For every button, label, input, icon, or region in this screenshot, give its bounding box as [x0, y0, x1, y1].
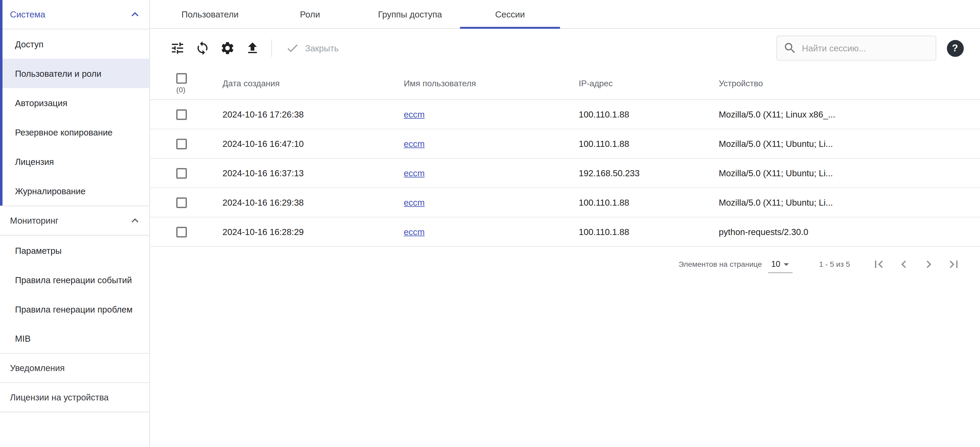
refresh-button[interactable] [190, 36, 215, 60]
sidebar-item-users-roles[interactable]: Пользователи и роли [0, 59, 149, 88]
export-button[interactable] [240, 36, 265, 60]
items-per-page-label: Элементов на странице [678, 260, 762, 269]
sidebar-section-monitoring[interactable]: Мониторинг [0, 206, 149, 235]
close-session-label: Закрыть [305, 43, 339, 53]
column-header-device: Устройство [719, 79, 980, 88]
sidebar-section-system[interactable]: Система [0, 0, 149, 29]
check-icon [286, 41, 299, 55]
upload-icon [245, 40, 260, 56]
session-search [776, 36, 936, 60]
select-all-cell: (0) [150, 73, 223, 94]
tab-users[interactable]: Пользователи [160, 0, 260, 28]
cell-device: Mozilla/5.0 (X11; Ubuntu; Li... [719, 197, 980, 207]
table-header: (0) Дата создания Имя пользователя IP-ад… [150, 67, 980, 100]
help-button[interactable]: ? [941, 34, 969, 62]
first-page-button[interactable] [866, 252, 891, 277]
select-all-checkbox[interactable] [176, 73, 187, 83]
cell-created: 2024-10-16 17:26:38 [223, 109, 404, 119]
close-session-button[interactable]: Закрыть [278, 36, 346, 60]
column-header-username: Имя пользователя [404, 79, 579, 88]
user-link[interactable]: eccm [404, 139, 425, 149]
main-content: Пользователи Роли Группы доступа Сессии … [150, 0, 980, 447]
table-row: 2024-10-16 17:26:38 eccm 100.110.1.88 Mo… [150, 100, 980, 129]
row-checkbox[interactable] [176, 197, 187, 208]
previous-page-button[interactable] [891, 252, 916, 277]
search-input[interactable] [802, 43, 929, 53]
table-row: 2024-10-16 16:29:38 eccm 100.110.1.88 Mo… [150, 188, 980, 218]
content-filler [150, 282, 980, 447]
tune-icon [170, 40, 185, 56]
cell-device: Mozilla/5.0 (X11; Ubuntu; Li... [719, 139, 980, 149]
active-section-indicator [0, 0, 2, 206]
page-range-label: 1 - 5 из 5 [819, 260, 850, 269]
user-link[interactable]: eccm [404, 227, 425, 237]
column-header-ip: IP-адрес [579, 79, 719, 88]
first-page-icon [871, 257, 886, 272]
next-page-button[interactable] [916, 252, 941, 277]
user-link[interactable]: eccm [404, 109, 425, 119]
chevron-up-icon [128, 7, 142, 21]
sidebar-item-authorization[interactable]: Авторизация [0, 88, 149, 118]
sync-icon [195, 40, 210, 56]
settings-button[interactable] [215, 36, 240, 60]
sidebar-section-label: Мониторинг [10, 216, 59, 226]
sidebar-section-label: Уведомления [10, 363, 65, 373]
row-checkbox[interactable] [176, 227, 187, 237]
sidebar-section-label: Система [10, 9, 45, 19]
cell-device: python-requests/2.30.0 [719, 227, 980, 237]
sidebar-item-logging[interactable]: Журналирование [0, 176, 149, 206]
tab-bar: Пользователи Роли Группы доступа Сессии [150, 0, 980, 29]
tab-sessions[interactable]: Сессии [460, 0, 560, 28]
cell-device: Mozilla/5.0 (X11; Linux x86_... [719, 109, 980, 119]
items-per-page-value: 10 [771, 259, 780, 269]
cell-ip: 192.168.50.233 [579, 168, 719, 178]
sidebar-item-license[interactable]: Лицензия [0, 147, 149, 176]
user-link[interactable]: eccm [404, 197, 425, 207]
tab-access-groups[interactable]: Группы доступа [360, 0, 460, 28]
sidebar-item-parameters[interactable]: Параметры [0, 235, 149, 265]
sidebar-item-backup[interactable]: Резервное копирование [0, 118, 149, 147]
sidebar-item-mib[interactable]: MIB [0, 324, 149, 353]
sidebar-item-problem-rules[interactable]: Правила генерации проблем [0, 294, 149, 324]
table-row: 2024-10-16 16:28:29 eccm 100.110.1.88 py… [150, 218, 980, 247]
sidebar-section-notifications[interactable]: Уведомления [0, 353, 149, 383]
chevron-right-icon [921, 257, 936, 272]
paginator: Элементов на странице 10 1 - 5 из 5 [150, 247, 980, 282]
items-per-page-select[interactable]: 10 [768, 256, 793, 273]
table-row: 2024-10-16 16:47:10 eccm 100.110.1.88 Mo… [150, 129, 980, 159]
cell-device: Mozilla/5.0 (X11; Ubuntu; Li... [719, 168, 980, 178]
chevron-up-icon [128, 213, 142, 227]
sidebar-item-access[interactable]: Доступ [0, 29, 149, 59]
sidebar-section-monitoring-items: Параметры Правила генерации событий Прав… [0, 235, 149, 353]
sidebar-section-device-licenses[interactable]: Лицензии на устройства [0, 383, 149, 412]
filter-columns-button[interactable] [165, 36, 190, 60]
last-page-button[interactable] [941, 252, 966, 277]
cell-ip: 100.110.1.88 [579, 139, 719, 149]
search-icon [783, 41, 797, 55]
gear-icon [220, 40, 235, 56]
sidebar-item-event-rules[interactable]: Правила генерации событий [0, 265, 149, 294]
sidebar-section-system-items: Доступ Пользователи и роли Авторизация Р… [0, 29, 149, 206]
help-icon: ? [947, 40, 964, 57]
row-checkbox[interactable] [176, 109, 187, 119]
chevron-left-icon [896, 257, 912, 272]
row-checkbox[interactable] [176, 168, 187, 178]
table-row: 2024-10-16 16:37:13 eccm 192.168.50.233 … [150, 159, 980, 188]
cell-ip: 100.110.1.88 [579, 197, 719, 207]
column-header-created: Дата создания [223, 79, 404, 88]
sidebar: Система Доступ Пользователи и роли Автор… [0, 0, 150, 447]
cell-created: 2024-10-16 16:28:29 [223, 227, 404, 237]
cell-created: 2024-10-16 16:37:13 [223, 168, 404, 178]
sidebar-section-label: Лицензии на устройства [10, 393, 109, 402]
row-checkbox[interactable] [176, 138, 187, 149]
user-link[interactable]: eccm [404, 168, 425, 178]
cell-created: 2024-10-16 16:29:38 [223, 197, 404, 207]
dropdown-arrow-icon [780, 258, 793, 270]
last-page-icon [947, 257, 961, 272]
cell-created: 2024-10-16 16:47:10 [223, 139, 404, 149]
app-window: Система Доступ Пользователи и роли Автор… [0, 0, 980, 447]
toolbar-divider [271, 40, 272, 57]
toolbar: Закрыть ? [150, 29, 980, 67]
cell-ip: 100.110.1.88 [579, 227, 719, 237]
tab-roles[interactable]: Роли [260, 0, 360, 28]
